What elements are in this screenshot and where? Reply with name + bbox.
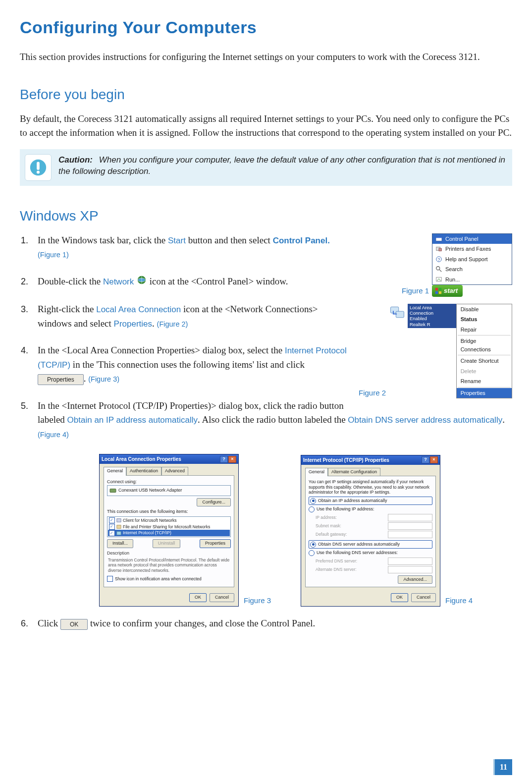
uninstall-button: Uninstall	[153, 539, 181, 548]
svg-rect-12	[435, 288, 438, 290]
side-figures: Figure 1 Control Panel Printers and Faxe…	[359, 233, 512, 399]
pdns-field	[388, 558, 432, 565]
ctx-item: Delete	[457, 366, 512, 377]
ok-button: OK	[391, 593, 408, 602]
subnet-field	[388, 522, 432, 530]
ctx-item: Create Shortcut	[457, 356, 512, 366]
term-obtain-ip: Obtain an IP address automatically	[67, 415, 198, 425]
svg-rect-4	[436, 236, 442, 238]
startmenu-item: ? Help and Support	[432, 254, 512, 265]
svg-rect-6	[439, 248, 441, 251]
dlg4-title: Internet Protocol (TCP/IP) Properties	[303, 456, 389, 464]
dlg3-tab-adv: Advanced	[161, 467, 188, 476]
svg-line-10	[439, 270, 441, 272]
figure-1-startmenu: Control Panel Printers and Faxes ? Help …	[432, 233, 512, 285]
ctx-item-properties: Properties	[457, 388, 512, 398]
svg-point-9	[436, 267, 440, 270]
term-properties: Properties	[114, 319, 152, 329]
page-number: 11	[493, 759, 512, 775]
figure-4-dialog: Internet Protocol (TCP/IP) Properties ? …	[301, 455, 440, 607]
heading-before-you-begin: Before you begin	[20, 84, 512, 105]
svg-rect-17	[396, 311, 404, 318]
ok-button: OK	[189, 593, 207, 602]
steps-list-cont: Click OK twice to confirm your changes, …	[20, 616, 512, 631]
adns-field	[388, 566, 432, 573]
gateway-field	[388, 531, 432, 538]
figure-ref-4: (Figure 4)	[38, 431, 69, 439]
items-listbox: ✓Client for Microsoft Networks ✓File and…	[107, 516, 231, 537]
radio-auto-dns: Obtain DNS server address automatically	[309, 540, 432, 549]
caution-label: Caution:	[58, 155, 93, 165]
close-icon: ×	[430, 456, 438, 463]
figure-2-context: Local Area Connection Enabled Realtek R …	[389, 304, 512, 399]
dialog-figures-row: Local Area Connection Properties ? × Gen…	[59, 454, 512, 607]
term-control-panel: Control Panel.	[273, 236, 330, 245]
svg-rect-14	[435, 291, 438, 294]
step-6: Click OK twice to confirm your changes, …	[31, 616, 512, 631]
lan-connection-icon	[389, 304, 407, 321]
network-globe-icon	[136, 275, 147, 290]
figure-2-label: Figure 2	[359, 388, 386, 399]
caution-callout: Caution: When you configure your compute…	[20, 149, 512, 186]
desc-title: Description	[107, 550, 231, 557]
figure-ref-3: (Figure 3)	[88, 375, 119, 383]
startmenu-item: Printers and Faxes	[432, 244, 512, 254]
help-icon: ?	[220, 456, 228, 463]
ctx-item: Status	[457, 314, 512, 325]
svg-rect-1	[37, 162, 40, 169]
advanced-button: Advanced...	[398, 575, 432, 584]
dlg4-tab-alt: Alternate Configuration	[328, 468, 380, 477]
term-lac: Local Area Connection	[96, 305, 181, 314]
showicon-check	[107, 576, 113, 582]
startmenu-item: Search	[432, 264, 512, 275]
svg-rect-22	[117, 519, 121, 522]
intro-text: This section provides instructions for c…	[20, 50, 512, 64]
svg-rect-21	[110, 489, 116, 493]
term-obtain-dns: Obtain DNS server address automatically	[348, 415, 502, 425]
radio-auto-ip: Obtain an IP address automatically	[309, 497, 432, 505]
ctx-item: Disable	[457, 304, 512, 315]
help-icon: ?	[422, 456, 429, 463]
desc-text: Transmission Control Protocol/Internet P…	[108, 558, 231, 573]
svg-rect-24	[117, 531, 121, 535]
figure-3-label: Figure 3	[244, 595, 271, 607]
svg-rect-13	[439, 288, 441, 290]
figure-3-dialog: Local Area Connection Properties ? × Gen…	[99, 454, 239, 607]
page-title: Configuring Your Computers	[20, 15, 512, 40]
context-menu: Disable Status Repair Bridge Connections…	[456, 304, 512, 399]
ctx-item: Repair	[457, 325, 512, 335]
install-button: Install...	[107, 539, 133, 548]
dlg3-tab-auth: Authentication	[126, 467, 161, 476]
properties-button-inline: Properties	[38, 374, 84, 385]
term-start: Start	[168, 236, 186, 245]
startmenu-item: Run...	[432, 275, 512, 285]
term-network: Network	[103, 277, 134, 286]
properties-button: Properties	[200, 539, 231, 548]
ctx-item: Rename	[457, 376, 512, 387]
close-icon: ×	[228, 456, 236, 463]
dlg4-instr: You can get IP settings assigned automat…	[309, 479, 432, 495]
before-text: By default, the Corecess 3121 automatica…	[20, 112, 512, 140]
lan-tooltip: Local Area Connection Enabled Realtek R	[408, 304, 456, 329]
cancel-button: Cancel	[210, 593, 234, 602]
adapter-box: Conexant USB Network Adapter	[107, 485, 231, 496]
start-button-graphic: start	[432, 285, 463, 297]
svg-point-2	[37, 170, 40, 173]
caution-icon	[25, 154, 52, 181]
radio-manual-ip: Use the following IP address:	[309, 506, 432, 513]
ip-field	[388, 514, 432, 521]
radio-manual-dns: Use the following DNS server addresses:	[309, 550, 432, 557]
startmenu-item-control-panel: Control Panel	[432, 234, 512, 244]
connect-using-label: Connect using:	[107, 479, 231, 486]
configure-button: Configure...	[197, 498, 231, 507]
dlg4-tab-general: General	[305, 468, 328, 477]
figure-1-label: Figure 1	[402, 285, 429, 297]
dlg3-tab-general: General	[104, 467, 126, 476]
dlg3-title: Local Area Connection Properties	[102, 455, 181, 463]
ctx-item: Bridge Connections	[457, 336, 512, 354]
uses-label: This connection uses the following items…	[107, 508, 231, 515]
step-5: In the <Internet Protocol (TCP/IP) Prope…	[31, 399, 512, 442]
cancel-button: Cancel	[411, 593, 436, 602]
caution-text: When you configure your computer, leave …	[58, 155, 505, 176]
heading-windows-xp: Windows XP	[20, 206, 512, 226]
